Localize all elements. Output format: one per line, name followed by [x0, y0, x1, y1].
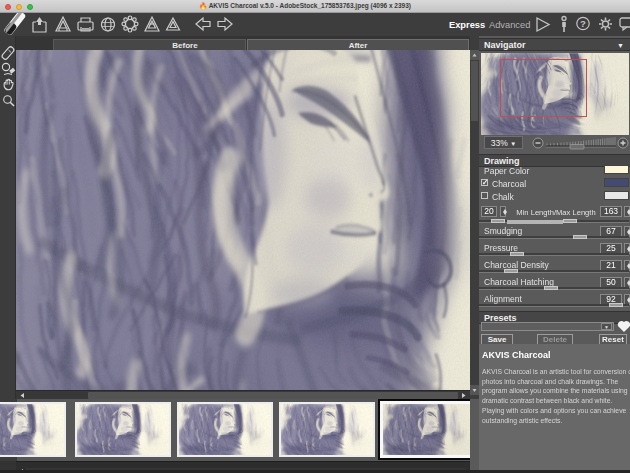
svg-text:?: ?: [580, 18, 586, 29]
svg-text:Advanced: Advanced: [489, 20, 530, 30]
svg-text:Express: Express: [449, 20, 485, 30]
